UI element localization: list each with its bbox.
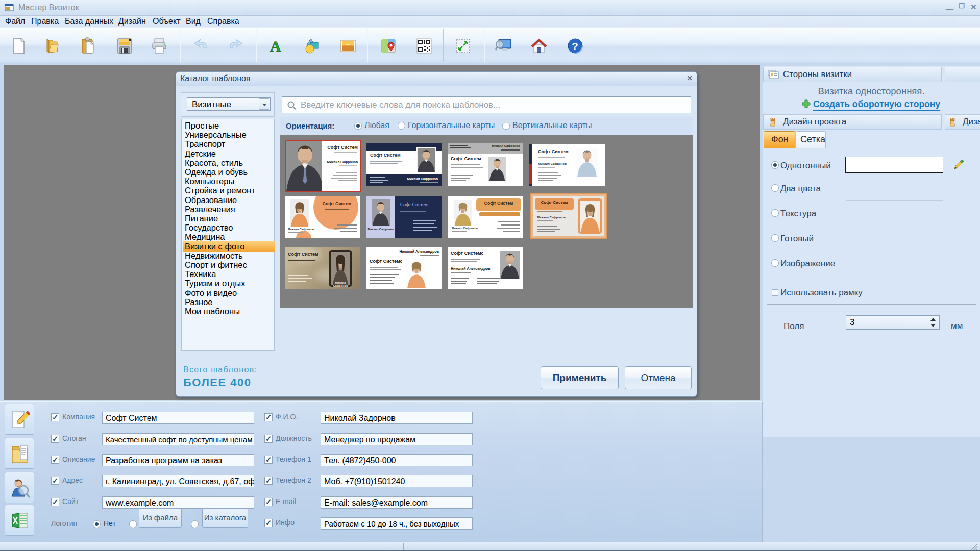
- svg-text:?: ?: [572, 40, 578, 52]
- svg-text:A: A: [270, 38, 281, 55]
